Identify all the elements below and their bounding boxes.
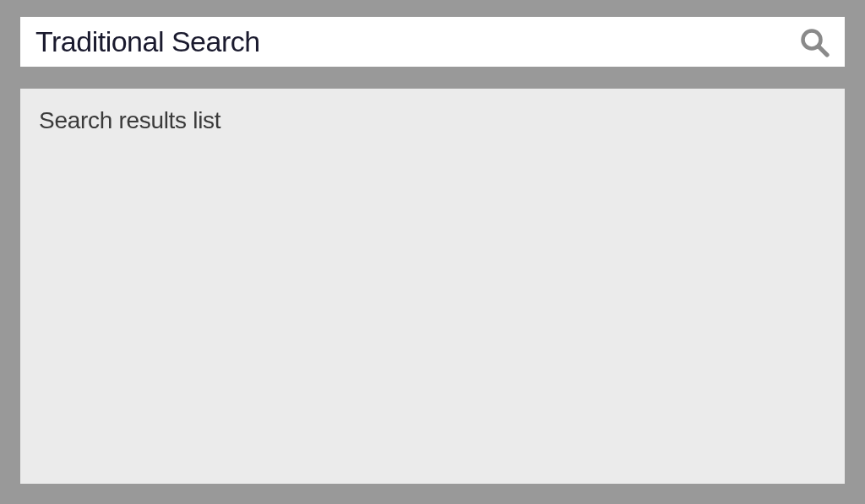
results-label: Search results list — [39, 107, 220, 133]
search-title: Traditional Search — [35, 25, 260, 58]
results-panel: Search results list — [20, 89, 845, 484]
search-bar: Traditional Search — [20, 17, 845, 67]
svg-line-1 — [819, 46, 827, 55]
search-icon[interactable] — [799, 27, 830, 57]
